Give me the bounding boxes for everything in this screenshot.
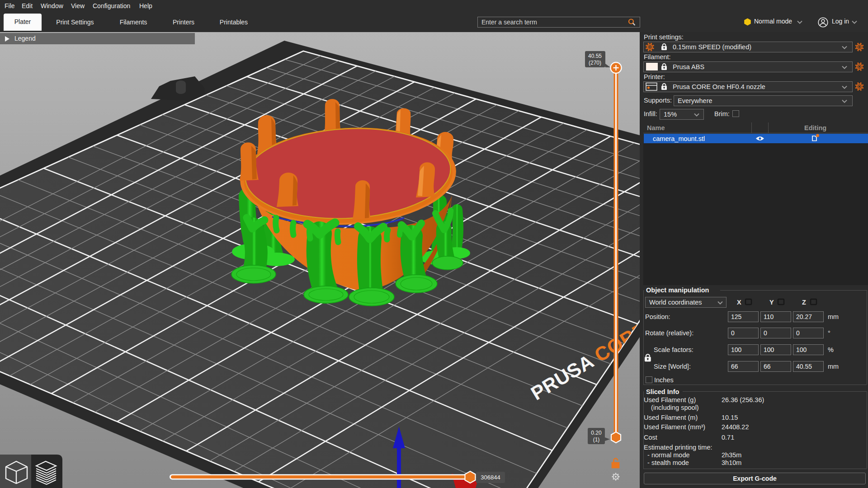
svg-text:(270): (270) — [589, 60, 601, 66]
svg-text:40.55: 40.55 — [588, 53, 602, 59]
svg-text:306844: 306844 — [481, 474, 500, 481]
svg-text:0.20: 0.20 — [591, 430, 602, 436]
svg-text:(1): (1) — [593, 436, 600, 443]
